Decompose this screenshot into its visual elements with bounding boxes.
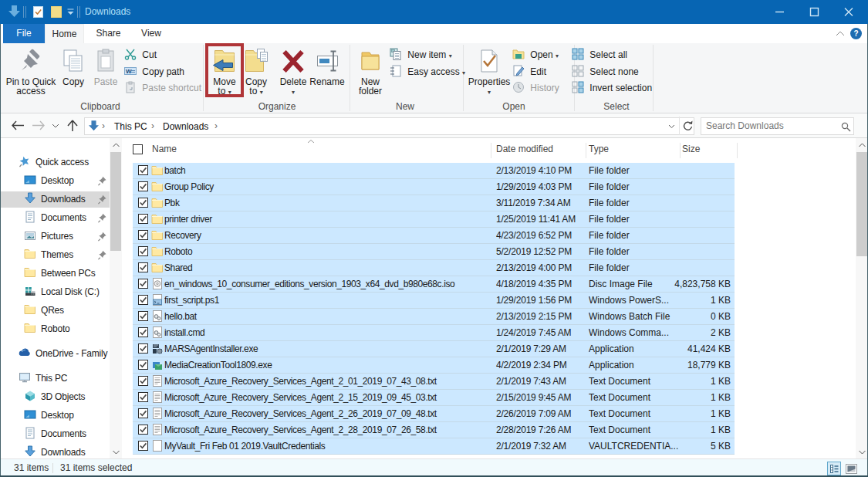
- svg-text:?: ?: [853, 29, 858, 38]
- svg-text:W: W: [126, 68, 132, 75]
